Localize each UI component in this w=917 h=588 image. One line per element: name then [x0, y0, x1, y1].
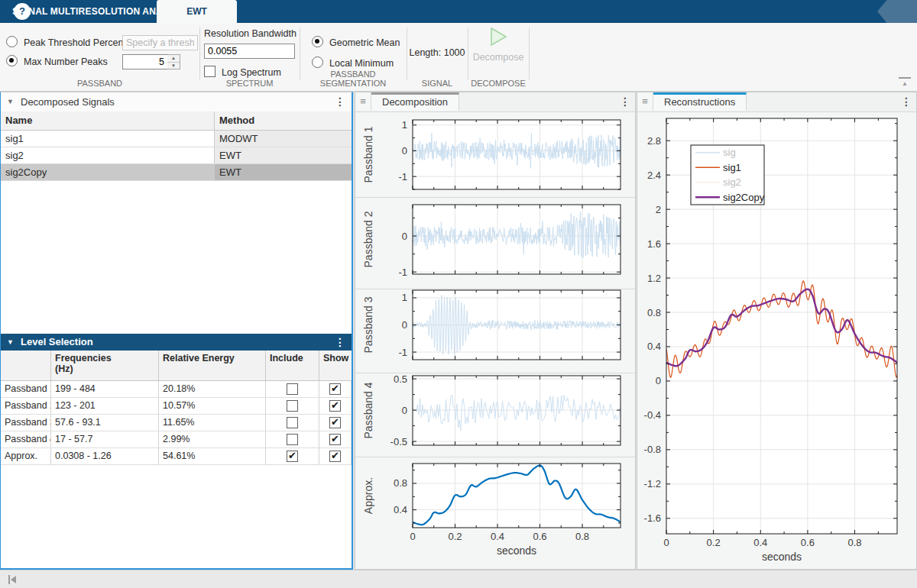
svg-text:0.4: 0.4 [394, 504, 407, 515]
panel-title: Level Selection [21, 334, 93, 351]
help-icon[interactable]: ? [14, 3, 31, 20]
section-decompose: Decompose DECOMPOSE [468, 23, 529, 91]
max-peaks-spinner[interactable]: ▲▼ [167, 54, 180, 69]
signal-length-text: Length: 1000 [407, 47, 468, 58]
svg-text:0.6: 0.6 [801, 537, 815, 548]
play-icon [488, 26, 508, 47]
svg-text:-1: -1 [398, 171, 407, 183]
passband-4-plot-axes: 0.50-0.5Passband 4 [362, 373, 621, 447]
show-checkbox[interactable] [329, 383, 341, 395]
level-energy-cell: 54.61% [159, 448, 266, 464]
table-row[interactable]: Passband 357.6 - 93.111.65% [1, 415, 352, 431]
log-spectrum-checkbox[interactable]: Log Spectrum [204, 66, 281, 78]
passband-2-plot-axes: 0-1Passband 2 [362, 205, 621, 278]
show-checkbox[interactable] [329, 434, 341, 445]
drag-handle-icon[interactable]: ≡ [355, 92, 371, 111]
show-checkbox[interactable] [329, 417, 341, 428]
svg-text:0.6: 0.6 [533, 531, 546, 542]
include-checkbox[interactable] [287, 451, 298, 462]
level-name-cell: Approx. [1, 448, 51, 464]
svg-text:0.4: 0.4 [491, 531, 504, 542]
table-row[interactable]: Passband 2123 - 20110.57% [1, 398, 352, 415]
level-frequencies-cell: 123 - 201 [51, 398, 159, 414]
threshold-input[interactable] [122, 35, 198, 50]
spinner-down-icon[interactable]: ▼ [167, 63, 180, 69]
approx-plot-axes: 0.80.400.20.40.60.8secondsApprox. [362, 464, 621, 557]
svg-text:0.8: 0.8 [847, 537, 861, 548]
levels-header-cell[interactable]: Show [319, 351, 352, 380]
section-passband-segmentation: Geometric Mean Local Minimum PASSBAND SE… [300, 23, 407, 91]
levels-table-header: Frequencies (Hz)Relative EnergyIncludeSh… [1, 351, 352, 381]
ellipsis-menu-icon[interactable]: ⋮ [335, 92, 345, 111]
include-cell [266, 398, 319, 414]
decomposition-panel: ≡ Decomposition ⋮ 10-1Passband 10-1Passb… [355, 92, 636, 570]
column-header-method[interactable]: Method [215, 111, 352, 130]
column-header-name[interactable]: Name [1, 111, 215, 130]
svg-text:2.8: 2.8 [647, 135, 661, 147]
svg-text:0.8: 0.8 [575, 531, 589, 542]
tab-reconstructions[interactable]: Reconstructions [653, 92, 747, 111]
show-checkbox[interactable] [329, 400, 341, 412]
include-checkbox[interactable] [287, 417, 298, 428]
reconstructions-panel: ≡ Reconstructions ⋮ 2.82.421.61.20.80.40… [637, 92, 917, 570]
table-row[interactable]: Passband 417 - 57.72.99% [1, 431, 352, 448]
tab-ewt[interactable]: EWT [157, 0, 237, 23]
show-checkbox[interactable] [329, 451, 341, 462]
peak-threshold-percent-radio[interactable]: Peak Threshold Percent [6, 35, 126, 50]
collapse-toolstrip-icon[interactable]: ▲ [899, 77, 911, 86]
collapse-arrow-icon[interactable]: ▼ [7, 334, 14, 351]
radio-selected-icon [6, 55, 18, 66]
table-row[interactable]: Passband 1199 - 48420.18% [1, 381, 352, 398]
spinner-up-icon[interactable]: ▲ [167, 55, 180, 63]
include-checkbox[interactable] [287, 400, 298, 412]
signal-method-cell: MODWT [215, 131, 352, 147]
table-row[interactable]: sig2EWT [1, 147, 352, 164]
levels-table-body: Passband 1199 - 48420.18%Passband 2123 -… [1, 381, 352, 465]
tab-decomposition[interactable]: Decomposition [371, 92, 459, 111]
ellipsis-menu-icon[interactable]: ⋮ [335, 334, 345, 351]
plot-legend[interactable]: sigsig1sig2sig2Copy [691, 145, 765, 205]
section-label: SIGNAL [407, 79, 468, 88]
section-label: SPECTRUM [199, 79, 300, 88]
level-frequencies-cell: 199 - 484 [51, 381, 159, 397]
svg-text:seconds: seconds [497, 544, 536, 557]
section-label: PASSBAND SEGMENTATION [300, 69, 407, 88]
ellipsis-menu-icon[interactable]: ⋮ [901, 92, 912, 111]
svg-text:-1: -1 [398, 267, 407, 278]
max-peaks-input[interactable] [122, 54, 168, 69]
include-checkbox[interactable] [287, 383, 298, 395]
levels-header-cell[interactable]: Include [266, 351, 319, 380]
radio-selected-icon [312, 36, 323, 47]
table-row[interactable]: sig2CopyEWT [1, 164, 352, 181]
collapse-arrow-icon[interactable]: ▼ [7, 92, 14, 111]
include-cell [266, 381, 319, 397]
bandwidth-label: Resolution Bandwidth [204, 28, 296, 39]
section-passband: Peak Threshold Percent Max Number Peaks … [0, 23, 199, 91]
include-checkbox[interactable] [287, 434, 298, 445]
legend-label-sig: sig [723, 147, 736, 158]
panel-title: Decomposed Signals [21, 92, 115, 111]
level-name-cell: Passband 4 [1, 431, 51, 447]
levels-header-cell[interactable]: Frequencies (Hz) [51, 351, 159, 380]
decompose-button[interactable]: Decompose [468, 26, 529, 63]
toolstrip: Peak Threshold Percent Max Number Peaks … [0, 23, 917, 92]
level-selection-header[interactable]: ▼ Level Selection ⋮ [1, 334, 352, 351]
drag-handle-icon[interactable]: ≡ [637, 92, 653, 111]
svg-text:Passband 4: Passband 4 [362, 382, 374, 438]
ellipsis-menu-icon[interactable]: ⋮ [620, 92, 630, 111]
levels-header-cell[interactable]: Relative Energy [159, 351, 266, 380]
svg-text:2: 2 [656, 204, 661, 215]
svg-text:0: 0 [402, 319, 407, 331]
collapse-left-panel-icon[interactable] [6, 573, 18, 588]
svg-text:0.8: 0.8 [647, 307, 661, 318]
svg-text:0.2: 0.2 [448, 531, 462, 542]
decomposed-signals-header[interactable]: ▼ Decomposed Signals ⋮ [1, 92, 352, 112]
svg-text:-1.6: -1.6 [644, 512, 661, 524]
table-row[interactable]: Approx.0.0308 - 1.2654.61% [1, 448, 352, 465]
table-row[interactable]: sig1MODWT [1, 131, 352, 147]
bandwidth-input[interactable] [204, 44, 295, 59]
geometric-mean-radio[interactable]: Geometric Mean [312, 35, 400, 50]
local-minimum-radio[interactable]: Local Minimum [312, 56, 394, 71]
svg-text:1.6: 1.6 [647, 238, 661, 250]
max-number-peaks-radio[interactable]: Max Number Peaks [6, 54, 108, 69]
